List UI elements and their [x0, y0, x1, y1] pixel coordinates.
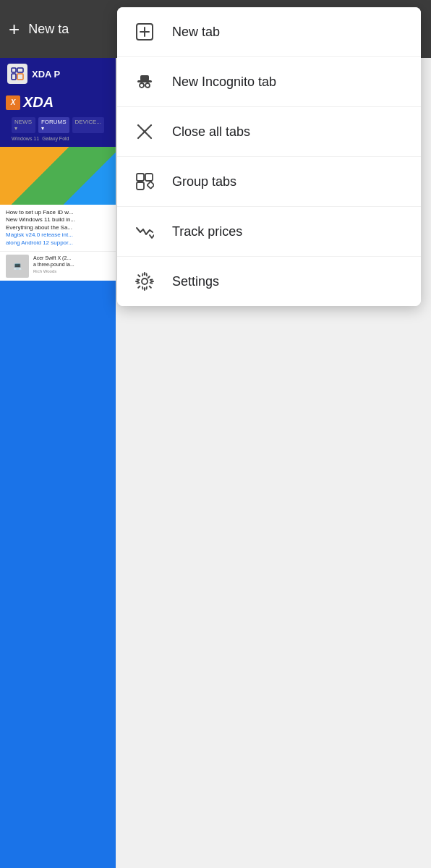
menu-item-new-tab[interactable]: New tab	[117, 7, 421, 57]
tab-bar-label: New ta	[28, 22, 69, 37]
xda-article-title: How to set up Face ID w... New Windows 1…	[6, 209, 110, 247]
svg-rect-14	[145, 174, 153, 181]
close-all-icon	[135, 122, 155, 142]
new-tab-label: New tab	[172, 25, 220, 40]
svg-rect-1	[12, 74, 16, 80]
incognito-label: New Incognito tab	[172, 75, 276, 90]
svg-point-10	[145, 83, 150, 88]
group-tabs-icon	[135, 171, 155, 192]
incognito-icon	[135, 72, 155, 92]
track-prices-label: Track prices	[172, 224, 242, 239]
menu-item-close-all[interactable]: Close all tabs	[117, 107, 421, 157]
menu-item-incognito[interactable]: New Incognito tab	[117, 57, 421, 107]
new-tab-plus-icon[interactable]: +	[9, 18, 20, 41]
svg-point-9	[140, 83, 144, 88]
tag-windows: Windows 11	[12, 136, 39, 141]
menu-item-track-prices[interactable]: Track prices	[117, 207, 421, 257]
xda-nav-links: NEWS ▾ FORUMS ▾ DEVICE...	[6, 116, 110, 135]
xda-page-title: XDA P	[32, 69, 60, 80]
svg-rect-13	[137, 174, 144, 181]
menu-item-group-tabs[interactable]: Group tabs	[117, 157, 421, 207]
page-preview: XDA P X XDA NEWS ▾ FORUMS ▾ DEVICE... Wi…	[0, 58, 116, 868]
xda-content-image	[0, 147, 116, 205]
xda-article-1: How to set up Face ID w... New Windows 1…	[0, 205, 116, 251]
new-tab-icon	[135, 22, 155, 42]
close-all-label: Close all tabs	[172, 124, 250, 140]
xda-nav: X XDA NEWS ▾ FORUMS ▾ DEVICE... Windows …	[0, 90, 116, 147]
xda-article2-author: Rich Woods	[33, 269, 74, 273]
dropdown-menu: New tab New Incognito tab Close al	[117, 7, 421, 306]
group-tabs-label: Group tabs	[172, 174, 236, 190]
svg-rect-2	[17, 68, 23, 72]
svg-rect-0	[12, 68, 16, 72]
svg-rect-3	[17, 74, 23, 80]
xda-tags: Windows 11 Galaxy Fold	[6, 135, 110, 142]
xda-thumb: 💻	[6, 255, 29, 278]
nav-news: NEWS ▾	[12, 117, 35, 133]
xda-article2-title: Acer Swift X (2...a three-pound la...	[33, 255, 74, 268]
nav-devices: DEVICE...	[72, 117, 104, 133]
svg-rect-8	[140, 75, 149, 81]
svg-rect-15	[137, 182, 144, 190]
track-prices-icon	[135, 221, 155, 242]
xda-icon	[7, 64, 27, 84]
tag-galaxy: Galaxy Fold	[42, 136, 69, 141]
xda-article-2: 💻 Acer Swift X (2...a three-pound la... …	[0, 251, 116, 281]
svg-rect-16	[147, 182, 154, 189]
xda-logo: XDA	[23, 94, 54, 111]
menu-item-settings[interactable]: Settings	[117, 257, 421, 306]
xda-header: XDA P	[0, 58, 116, 90]
svg-point-17	[142, 278, 148, 284]
settings-label: Settings	[172, 274, 219, 289]
nav-forums: FORUMS ▾	[38, 117, 69, 133]
settings-icon	[135, 271, 155, 292]
